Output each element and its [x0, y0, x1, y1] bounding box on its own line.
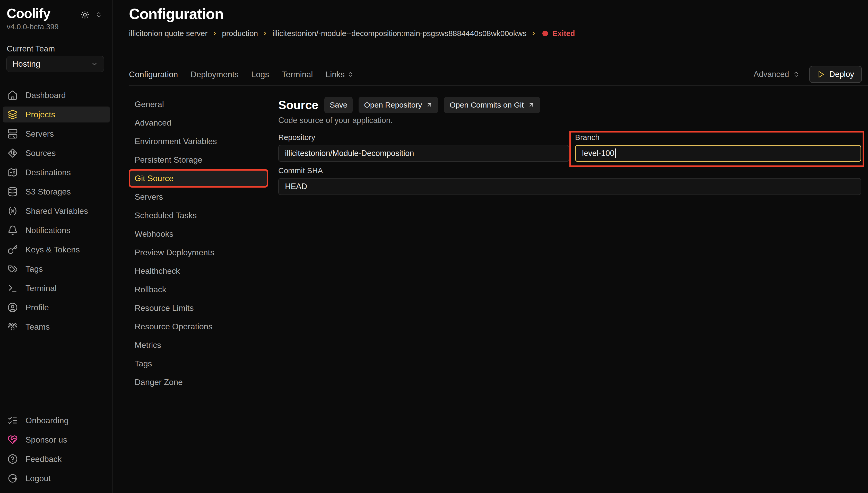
help-circle-icon — [7, 454, 18, 464]
tab-links-label: Links — [325, 70, 345, 79]
sidebar-item-dashboard[interactable]: Dashboard — [3, 87, 110, 103]
arrow-up-right-icon — [528, 102, 535, 108]
open-repository-label: Open Repository — [364, 101, 422, 109]
bell-icon — [7, 225, 18, 235]
sun-icon[interactable] — [81, 10, 89, 19]
sidebar-item-tags[interactable]: Tags — [3, 261, 110, 277]
chevrons-up-down-icon — [347, 71, 354, 78]
settings-nav-preview-deployments[interactable]: Preview Deployments — [130, 245, 267, 260]
commit-sha-field: Commit SHA HEAD — [278, 166, 861, 195]
sidebar-item-s3-storages[interactable]: S3 Storages — [3, 184, 110, 200]
settings-nav-environment-variables[interactable]: Environment Variables — [130, 133, 267, 149]
list-checks-icon — [7, 415, 18, 426]
settings-nav-danger-zone[interactable]: Danger Zone — [130, 374, 267, 390]
chevrons-up-down-icon — [793, 71, 800, 78]
arrow-up-right-icon — [426, 102, 433, 108]
main-content: Configuration illicitonion quote server … — [113, 0, 868, 493]
chevrons-up-down-icon[interactable] — [96, 11, 102, 18]
sidebar-item-label: Dashboard — [25, 90, 66, 100]
tab-links[interactable]: Links — [325, 70, 354, 79]
branch-input[interactable]: level-100 — [575, 145, 861, 162]
repository-input[interactable]: illicitestonion/Module-Decomposition — [278, 145, 569, 162]
sidebar-item-keys-tokens[interactable]: Keys & Tokens — [3, 242, 110, 258]
settings-nav-git-source[interactable]: Git Source — [130, 171, 267, 186]
key-icon — [7, 244, 18, 255]
settings-nav-tags[interactable]: Tags — [130, 356, 267, 371]
tab-deployments[interactable]: Deployments — [190, 70, 239, 79]
sidebar-item-destinations[interactable]: Destinations — [3, 165, 110, 180]
save-button[interactable]: Save — [324, 97, 353, 113]
sidebar-item-sources[interactable]: Sources — [3, 145, 110, 161]
sidebar-item-profile[interactable]: Profile — [3, 300, 110, 316]
commit-sha-input[interactable]: HEAD — [278, 178, 861, 195]
settings-nav-advanced[interactable]: Advanced — [130, 115, 267, 130]
branch-field: Branch level-100 — [575, 133, 861, 162]
repository-value: illicitestonion/Module-Decomposition — [285, 149, 414, 158]
sidebar-item-terminal[interactable]: Terminal — [3, 280, 110, 296]
branch-label: Branch — [575, 133, 861, 142]
home-icon — [7, 90, 18, 100]
sidebar-item-label: Servers — [25, 129, 54, 139]
app-version: v4.0.0-beta.399 — [7, 23, 59, 31]
settings-nav-scheduled-tasks[interactable]: Scheduled Tasks — [130, 208, 267, 223]
tab-terminal[interactable]: Terminal — [282, 70, 313, 79]
sidebar-item-projects[interactable]: Projects — [3, 107, 110, 123]
text-cursor — [615, 148, 616, 158]
settings-nav-general[interactable]: General — [130, 97, 267, 112]
database-icon — [7, 187, 18, 197]
repository-field: Repository illicitestonion/Module-Decomp… — [278, 133, 569, 162]
sidebar-item-notifications[interactable]: Notifications — [3, 222, 110, 238]
settings-nav-healthcheck[interactable]: Healthcheck — [130, 263, 267, 279]
commit-sha-label: Commit SHA — [278, 166, 861, 175]
sidebar-item-label: Profile — [25, 303, 49, 313]
heart-handshake-icon — [7, 434, 18, 445]
team-select[interactable]: Hosting — [6, 56, 104, 72]
source-section-description: Code source of your application. — [278, 116, 393, 125]
settings-nav-servers[interactable]: Servers — [130, 189, 267, 205]
deploy-button[interactable]: Deploy — [809, 66, 862, 83]
breadcrumb-environment[interactable]: production — [222, 29, 258, 38]
app-logo[interactable]: Coolify — [7, 6, 50, 21]
sidebar-item-label: S3 Storages — [25, 187, 71, 197]
sidebar-item-feedback[interactable]: Feedback — [3, 451, 110, 467]
sidebar-item-label: Logout — [25, 474, 51, 483]
breadcrumb-project[interactable]: illicitonion quote server — [129, 29, 208, 38]
server-icon — [7, 129, 18, 139]
settings-nav-persistent-storage[interactable]: Persistent Storage — [130, 152, 267, 168]
sidebar-item-sponsor-us[interactable]: Sponsor us — [3, 432, 110, 448]
settings-nav-resource-limits[interactable]: Resource Limits — [130, 300, 267, 316]
sidebar-item-shared-variables[interactable]: Shared Variables — [3, 203, 110, 219]
open-repository-button[interactable]: Open Repository — [359, 97, 438, 113]
play-icon — [817, 70, 825, 78]
team-select-value: Hosting — [12, 59, 40, 69]
sidebar-item-onboarding[interactable]: Onboarding — [3, 412, 110, 428]
tab-configuration[interactable]: Configuration — [129, 70, 178, 79]
tab-logs[interactable]: Logs — [251, 70, 269, 79]
sidebar-item-logout[interactable]: Logout — [3, 470, 110, 486]
coolify-app-window: Coolify v4.0.0-beta.399 Current Team Hos… — [0, 0, 868, 493]
chevron-right-icon — [212, 30, 217, 36]
sidebar-item-servers[interactable]: Servers — [3, 126, 110, 142]
variable-icon — [7, 206, 18, 216]
settings-nav-rollback[interactable]: Rollback — [130, 282, 267, 297]
theme-controls — [81, 10, 102, 19]
advanced-dropdown[interactable]: Advanced — [754, 70, 800, 79]
git-source-icon — [7, 148, 18, 158]
status-dot-icon — [542, 30, 548, 36]
logout-icon — [7, 473, 18, 484]
sidebar-item-teams[interactable]: Teams — [3, 319, 110, 335]
sidebar-item-label: Projects — [25, 110, 55, 120]
sidebar-item-label: Shared Variables — [25, 206, 88, 216]
settings-nav-resource-operations[interactable]: Resource Operations — [130, 319, 267, 334]
sidebar-item-label: Sponsor us — [25, 435, 67, 445]
sidebar-footer-nav: Onboarding Sponsor us Feedback Logout — [3, 412, 110, 486]
settings-nav-metrics[interactable]: Metrics — [130, 337, 267, 353]
breadcrumb-application[interactable]: illicitestonion/-module--decomposition:m… — [272, 29, 526, 38]
sidebar-item-label: Tags — [25, 264, 43, 274]
commit-sha-value: HEAD — [285, 182, 307, 191]
tabs: Configuration Deployments Logs Terminal … — [129, 70, 354, 79]
open-commits-button[interactable]: Open Commits on Git — [444, 97, 540, 113]
settings-nav-webhooks[interactable]: Webhooks — [130, 226, 267, 242]
chevron-right-icon — [262, 30, 268, 36]
settings-nav: General Advanced Environment Variables P… — [130, 97, 267, 393]
